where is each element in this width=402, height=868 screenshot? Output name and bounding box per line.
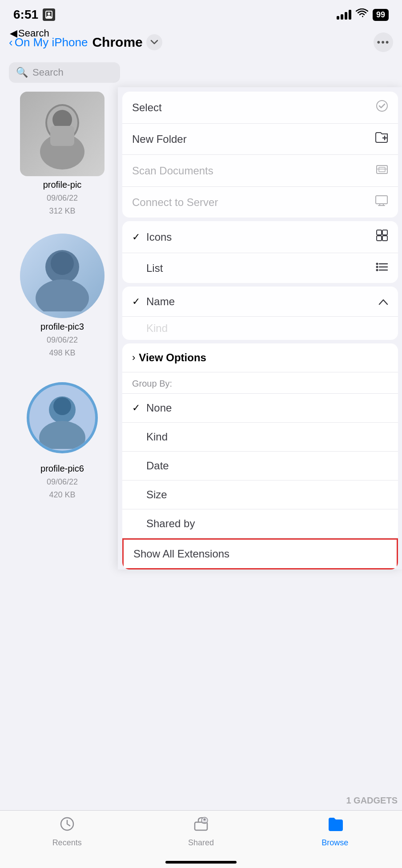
- shared-label: Shared: [188, 838, 214, 848]
- list-menu-item[interactable]: ✓ List: [122, 253, 398, 283]
- status-bar: 6:51 99: [0, 0, 402, 27]
- shared-icon: [193, 816, 209, 836]
- tab-bar: Recents Shared Browse: [0, 810, 402, 868]
- main-content: profile-pic 09/06/22 312 KB profile-pic3…: [0, 87, 402, 777]
- home-indicator: [165, 861, 237, 864]
- list-item[interactable]: profile-pic3 09/06/22 498 KB: [9, 234, 116, 358]
- search-input[interactable]: 🔍 Search: [9, 62, 120, 83]
- file-thumbnail: [20, 234, 105, 318]
- avatar: [27, 382, 98, 453]
- svg-point-9: [36, 279, 89, 311]
- svg-point-11: [53, 397, 71, 415]
- icons-menu-item[interactable]: ✓ Icons: [122, 221, 398, 253]
- name-sort-item[interactable]: ✓ Name: [122, 287, 398, 317]
- date-option[interactable]: ✓ Date: [122, 452, 398, 480]
- status-icons: 99: [337, 8, 389, 21]
- svg-point-32: [376, 269, 378, 271]
- kind-label: Kind: [146, 322, 168, 335]
- svg-point-13: [377, 101, 387, 111]
- file-date: 09/06/22: [47, 477, 78, 487]
- signal-icon: [337, 10, 351, 20]
- file-name: profile-pic: [43, 180, 82, 190]
- svg-rect-24: [382, 230, 387, 235]
- list-item[interactable]: profile-pic 09/06/22 312 KB: [9, 92, 116, 216]
- search-icon: 🔍: [16, 67, 28, 78]
- view-section: ✓ Icons ✓ List: [122, 221, 398, 283]
- new-folder-icon: [375, 132, 388, 146]
- view-options-label: View Options: [139, 351, 206, 364]
- svg-rect-16: [377, 166, 387, 174]
- svg-point-12: [39, 421, 85, 449]
- sort-section: ✓ Name ✓ Kind: [122, 287, 398, 340]
- file-size: 498 KB: [49, 348, 75, 358]
- scan-icon: [376, 163, 388, 178]
- connect-server-menu-item[interactable]: Connect to Server: [122, 187, 398, 218]
- file-name: profile-pic6: [40, 464, 84, 474]
- svg-rect-6: [50, 126, 74, 146]
- file-date: 09/06/22: [47, 194, 78, 203]
- status-back: ◀ Search: [10, 28, 49, 39]
- file-name: profile-pic3: [40, 322, 84, 332]
- more-button[interactable]: •••: [374, 32, 393, 52]
- new-folder-label: New Folder: [132, 133, 187, 145]
- none-option[interactable]: ✓ None: [122, 394, 398, 423]
- icons-check-icon: ✓: [132, 231, 140, 243]
- file-date: 09/06/22: [47, 335, 78, 345]
- kind-sort-item[interactable]: ✓ Kind: [122, 317, 398, 340]
- list-icon: [376, 261, 388, 275]
- icons-label: Icons: [146, 231, 172, 243]
- file-size: 312 KB: [49, 206, 75, 216]
- select-label: Select: [132, 101, 162, 114]
- svg-point-31: [376, 266, 378, 268]
- watermark: 1 GADGETS: [346, 795, 398, 806]
- browse-label: Browse: [322, 838, 348, 848]
- nav-title-area: Chrome: [92, 34, 162, 50]
- connect-server-label: Connect to Server: [132, 196, 218, 209]
- nav-bar: ‹ On My iPhone Chrome •••: [0, 27, 402, 58]
- page-title: Chrome: [92, 35, 142, 50]
- svg-point-36: [203, 819, 205, 821]
- tab-recents[interactable]: Recents: [45, 816, 89, 848]
- select-check-icon: [376, 100, 388, 115]
- svg-point-1: [48, 12, 50, 15]
- scan-documents-label: Scan Documents: [132, 165, 213, 177]
- list-item[interactable]: profile-pic6 09/06/22 420 KB: [9, 375, 116, 500]
- search-container: 🔍 Search: [0, 58, 402, 87]
- search-placeholder: Search: [32, 67, 64, 78]
- file-thumbnail: [20, 92, 105, 176]
- status-time: 6:51: [13, 8, 38, 22]
- size-option[interactable]: ✓ Size: [122, 480, 398, 509]
- tab-browse[interactable]: Browse: [313, 816, 357, 848]
- battery-icon: 99: [373, 9, 389, 21]
- kind-option[interactable]: ✓ Kind: [122, 423, 398, 452]
- none-check-icon: ✓: [132, 402, 140, 414]
- tab-shared[interactable]: Shared: [179, 816, 223, 848]
- shared-by-label: Shared by: [146, 517, 195, 530]
- scan-documents-menu-item[interactable]: Scan Documents: [122, 155, 398, 187]
- recents-icon: [59, 816, 75, 836]
- svg-rect-17: [379, 167, 385, 172]
- select-menu-item[interactable]: Select: [122, 92, 398, 124]
- svg-rect-26: [382, 236, 387, 241]
- name-sort-chevron: [378, 295, 388, 308]
- id-icon: [43, 8, 55, 21]
- svg-rect-19: [376, 196, 387, 204]
- show-all-extensions-item[interactable]: Show All Extensions: [122, 538, 398, 569]
- new-folder-menu-item[interactable]: New Folder: [122, 124, 398, 155]
- title-dropdown-button[interactable]: [146, 34, 162, 50]
- show-extensions-label: Show All Extensions: [133, 548, 229, 560]
- actions-menu-section: Select New Folder: [122, 92, 398, 218]
- recents-label: Recents: [52, 838, 82, 848]
- browse-icon: [327, 816, 343, 836]
- monitor-icon: [375, 195, 388, 210]
- name-label: Name: [146, 295, 175, 308]
- svg-rect-23: [377, 230, 382, 235]
- shared-by-option[interactable]: ✓ Shared by: [122, 509, 398, 538]
- view-options-header[interactable]: › View Options: [122, 343, 398, 372]
- kind-opt-label: Kind: [146, 431, 168, 443]
- group-by-label: Group By:: [122, 372, 398, 394]
- list-label: List: [146, 262, 163, 275]
- svg-point-8: [51, 252, 74, 275]
- svg-rect-25: [377, 236, 382, 241]
- icons-grid-icon: [376, 229, 388, 245]
